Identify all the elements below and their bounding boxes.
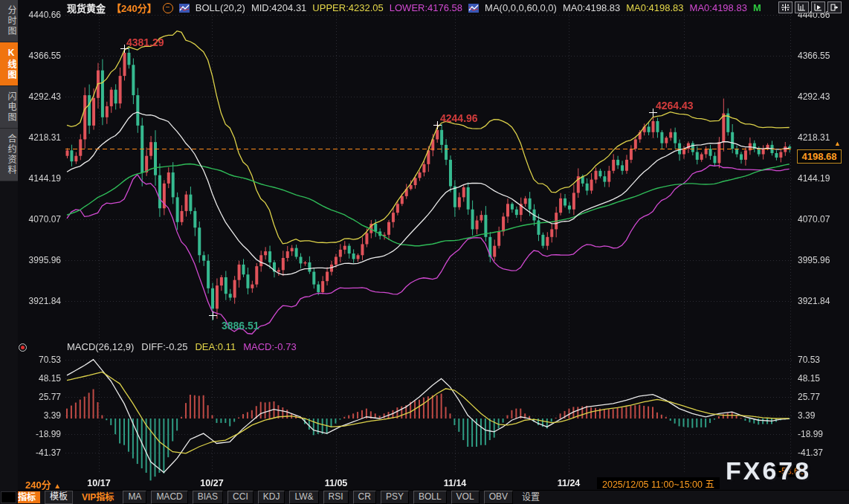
boll-lower-value: LOWER:4176.58 [390, 2, 462, 13]
price-axis-label: 4218.31 [18, 132, 61, 143]
macd-axis-label: 25.77 [18, 392, 61, 402]
date-label: 11/05 [325, 478, 348, 488]
sidebar-tab-闪电图[interactable]: 闪电图 [0, 86, 18, 129]
price-axis-label: 4070.07 [18, 214, 61, 224]
macd-axis-label: 3.39 [798, 410, 841, 421]
exit-fullscreen-icon[interactable] [827, 1, 842, 13]
price-extremum-label: 4381.29 [126, 36, 164, 48]
zoom-in-icon[interactable] [795, 1, 809, 13]
toolbar-item-MACD[interactable]: MACD [151, 491, 187, 504]
price-axis-label: 4144.19 [798, 173, 841, 184]
macd-axis-label: 70.53 [18, 355, 61, 365]
macd-header: MACD(26,12,9) DIFF:-0.25 DEA:0.11 MACD:-… [67, 341, 297, 352]
price-axis-label: 4292.43 [798, 91, 841, 102]
price-axis-label: 4440.66 [18, 10, 61, 20]
sidebar-tab-合约资料[interactable]: 合约资料 [0, 129, 18, 181]
price-axis-label: 4366.55 [18, 51, 61, 61]
macd-axis-label: -41.37 [18, 448, 61, 458]
boll-indicator-icon[interactable] [179, 4, 190, 13]
macd-diff-value: DIFF:-0.25 [141, 341, 187, 352]
price-axis-label: 4366.55 [798, 51, 841, 61]
price-axis-label: 3921.84 [18, 296, 61, 306]
toolbar-item-BIAS[interactable]: BIAS [193, 491, 223, 504]
boll-mid-value: MID:4204.31 [251, 2, 306, 13]
macd-axis-label: -18.99 [18, 429, 61, 439]
macd-axis-label: 48.15 [18, 373, 61, 384]
price-axis-label: 4144.19 [18, 173, 61, 184]
corner-widget[interactable] [1, 491, 16, 503]
macd-title: MACD(26,12,9) [67, 341, 134, 352]
ma0-magenta-value: MA0:4198.83 [690, 2, 747, 13]
toolbar-item-KDJ[interactable]: KDJ [258, 491, 285, 504]
toolbar-item-CR[interactable]: CR [353, 491, 376, 504]
date-label: 11/14 [444, 478, 467, 488]
price-axis-label: 4292.43 [18, 91, 61, 102]
price-extremum-label: 3886.51 [222, 320, 259, 332]
macd-axis-label: 70.53 [798, 355, 841, 365]
boll-upper-value: UPPER:4232.05 [312, 2, 383, 13]
toolbar-item-BOLL[interactable]: BOLL [413, 491, 447, 504]
macd-axis-label: -18.99 [798, 429, 841, 439]
ma0-white-value: MA0:4198.83 [563, 2, 620, 13]
toolbar-item-MA[interactable]: MA [123, 491, 146, 504]
fx678-watermark: FX678 [726, 456, 811, 485]
price-extremum-label: 4264.43 [656, 100, 694, 112]
indicator-toolbar: 指标模板VIP指标MAMACDBIASCCIKDJLW&RSICRPSYBOLL… [0, 490, 849, 504]
toolbar-item-RSI[interactable]: RSI [323, 491, 349, 504]
price-up-arrow-icon: ▲ [834, 140, 841, 147]
symbol-name: 现货黄金 [67, 1, 106, 15]
price-chart-canvas[interactable] [0, 0, 849, 504]
price-extremum-label: 4244.96 [440, 112, 478, 124]
ma-indicator-icon[interactable] [468, 4, 479, 13]
indicator-header: 现货黄金 【240分】 − BOLL(20,2) MID:4204.31 UPP… [67, 1, 761, 14]
ma0-yellow-value: MA0:4198.83 [626, 2, 683, 13]
toolbar-item-LW&[interactable]: LW& [289, 491, 318, 504]
price-axis-label: 3921.84 [798, 296, 841, 306]
toolbar-item-模板[interactable]: 模板 [45, 491, 73, 504]
macd-axis-label: 25.77 [798, 392, 841, 402]
toolbar-item-VOL[interactable]: VOL [451, 491, 480, 504]
toolbar-item-设置[interactable]: 设置 [517, 491, 544, 503]
toolbar-item-CCI[interactable]: CCI [227, 491, 254, 504]
toolbar-item-VIP指标[interactable]: VIP指标 [77, 491, 118, 503]
period-label[interactable]: 【240分】 [112, 1, 157, 15]
macd-panel-dot-icon[interactable] [19, 343, 27, 352]
date-label: 11/24 [558, 478, 581, 488]
date-label: 10/27 [200, 478, 223, 488]
sidebar-tab-分时图[interactable]: 分时图 [0, 0, 18, 42]
current-bar-range-label: 2025/12/05 11:00~15:00 五 [597, 477, 720, 489]
macd-axis-label: 48.15 [798, 373, 841, 384]
chart-type-tabs: 分时图K线图闪电图合约资料 [0, 0, 18, 181]
macd-axis-label: 3.39 [18, 410, 61, 421]
date-label: 10/17 [87, 478, 110, 488]
chart-toolbuttons [778, 1, 842, 13]
current-price-tag: 4198.68 [797, 149, 842, 164]
trading-app-window: 分时图K线图闪电图合约资料 现货黄金 【240分】 − BOLL(20,2) M… [0, 0, 849, 504]
ma-label: MA(0,0,0,60,0,0) [485, 2, 557, 13]
ma-m-value: M [753, 2, 761, 13]
macd-dea-value: DEA:0.11 [195, 341, 236, 352]
chart-type-sidebar: 分时图K线图闪电图合约资料 [0, 0, 18, 504]
zoom-out-icon[interactable] [811, 1, 825, 13]
price-axis-label: 3995.96 [798, 255, 841, 265]
price-axis-label: 4070.07 [798, 214, 841, 224]
timeframe-arrow-icon: ▲ [54, 482, 61, 490]
toolbar-item-PSY[interactable]: PSY [381, 491, 409, 504]
macd-macd-value: MACD:-0.73 [243, 341, 297, 352]
sidebar-tab-K线图[interactable]: K线图 [0, 42, 18, 86]
toolbar-item-OBV[interactable]: OBV [484, 491, 513, 504]
boll-label: BOLL(20,2) [196, 2, 245, 13]
price-axis-label: 3995.96 [18, 255, 61, 265]
collapse-circle-icon[interactable]: − [163, 3, 173, 13]
pan-icon[interactable] [778, 1, 792, 13]
time-axis: 240分 ▲ 2025/12/05 11:00~15:00 五 10/1710/… [0, 476, 849, 490]
